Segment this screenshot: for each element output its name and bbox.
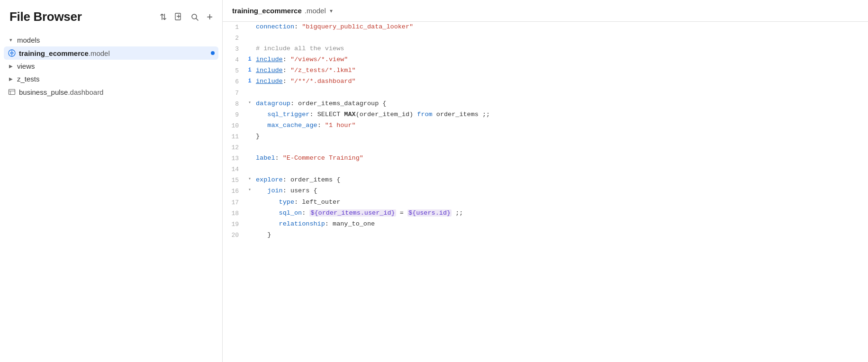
line-content: } (253, 131, 868, 142)
filter-icon[interactable]: ⇅ (160, 12, 167, 22)
line-indicator: i (246, 65, 253, 75)
tab-name-bold: training_ecommerce (232, 7, 302, 15)
tree-item-ext: .model (89, 49, 110, 57)
svg-rect-5 (9, 90, 15, 95)
svg-line-2 (196, 18, 198, 20)
line-number: 5 (223, 65, 246, 76)
tree-item-models[interactable]: ▾ models (0, 34, 222, 46)
tree-item-label: models (17, 36, 215, 44)
line-number: 16 (223, 186, 246, 197)
line-content: label: "E-Commerce Training" (253, 153, 868, 164)
line-number: 12 (223, 142, 246, 153)
tree-item-name-bold: training_ecommerce (19, 49, 89, 57)
code-editor: 1 connection: "bigquery_public_data_look… (223, 22, 868, 362)
tree-item-training-ecommerce-model[interactable]: training_ecommerce.model (4, 46, 218, 60)
tab-dropdown-arrow[interactable]: ▾ (330, 8, 333, 14)
unsaved-indicator (211, 51, 215, 55)
line-content: include: "/z_tests/*.lkml" (253, 65, 868, 76)
sidebar-title: File Browser (9, 9, 152, 24)
sidebar-header: File Browser ⇅ + (0, 0, 222, 32)
code-line-7: 7 (223, 88, 868, 99)
line-content: include: "/views/*.view" (253, 54, 868, 65)
line-number: 1 (223, 22, 246, 33)
line-indicator: i (246, 54, 253, 64)
line-indicator: i (246, 76, 253, 86)
line-content: max_cache_age: "1 hour" (253, 120, 868, 131)
tree-item-label: business_pulse.dashboard (19, 88, 215, 96)
editor-header: training_ecommerce.model ▾ (223, 0, 868, 22)
code-line-3: 3 # include all the views (223, 44, 868, 54)
code-line-15: 15 ▾ explore: order_items { (223, 175, 868, 186)
line-number: 15 (223, 175, 246, 186)
code-line-14: 14 (223, 164, 868, 175)
line-content: connection: "bigquery_public_data_looker… (253, 22, 868, 33)
code-content: 1 connection: "bigquery_public_data_look… (223, 22, 868, 241)
search-icon[interactable] (190, 13, 199, 21)
line-content: datagroup: order_items_datagroup { (253, 99, 868, 109)
tree-item-views[interactable]: ▶ views (0, 60, 222, 72)
line-number: 20 (223, 230, 246, 241)
line-content: relationship: many_to_one (253, 219, 868, 230)
code-line-5: 5 i include: "/z_tests/*.lkml" (223, 65, 868, 76)
chevron-down-icon: ▾ (8, 37, 14, 44)
line-content: type: left_outer (253, 197, 868, 208)
dashboard-file-icon (8, 88, 16, 96)
code-line-8: 8 ▾ datagroup: order_items_datagroup { (223, 99, 868, 109)
code-line-18: 18 sql_on: ${order_items.user_id} = ${us… (223, 208, 868, 219)
line-number: 6 (223, 76, 246, 87)
code-line-9: 9 sql_trigger: SELECT MAX(order_item_id)… (223, 109, 868, 120)
line-collapse-arrow[interactable]: ▾ (246, 99, 253, 107)
code-line-1: 1 connection: "bigquery_public_data_look… (223, 22, 868, 33)
chevron-right-icon: ▶ (8, 63, 14, 70)
code-line-2: 2 (223, 33, 868, 44)
line-content: sql_on: ${order_items.user_id} = ${users… (253, 208, 868, 219)
new-file-icon[interactable] (174, 13, 183, 21)
line-content: } (253, 230, 868, 241)
tree-item-business-pulse-dashboard[interactable]: business_pulse.dashboard (0, 85, 222, 99)
tree-item-z-tests[interactable]: ▶ z_tests (0, 72, 222, 85)
line-content: explore: order_items { (253, 175, 868, 186)
code-line-12: 12 (223, 142, 868, 153)
line-number: 13 (223, 153, 246, 164)
line-number: 14 (223, 164, 246, 175)
line-number: 11 (223, 131, 246, 142)
line-number: 7 (223, 88, 246, 99)
file-tree: ▾ models training_ecommerce.model ▶ view… (0, 32, 222, 362)
line-number: 18 (223, 208, 246, 219)
line-collapse-arrow[interactable]: ▾ (246, 186, 253, 194)
line-collapse-arrow[interactable]: ▾ (246, 175, 253, 183)
code-line-13: 13 label: "E-Commerce Training" (223, 153, 868, 164)
tree-item-label: training_ecommerce.model (19, 49, 206, 57)
code-line-11: 11 } (223, 131, 868, 142)
line-number: 8 (223, 99, 246, 109)
code-line-16: 16 ▾ join: users { (223, 186, 868, 197)
code-line-19: 19 relationship: many_to_one (223, 219, 868, 230)
tree-item-label: z_tests (17, 75, 215, 83)
tree-item-label: views (17, 62, 215, 70)
line-number: 2 (223, 33, 246, 44)
tree-item-ext: .dashboard (68, 88, 103, 96)
file-tab[interactable]: training_ecommerce.model ▾ (232, 7, 333, 15)
code-line-6: 6 i include: "/**/*.dashboard" (223, 76, 868, 87)
line-number: 17 (223, 197, 246, 208)
add-icon[interactable]: + (207, 11, 213, 23)
line-number: 3 (223, 44, 246, 54)
code-line-20: 20 } (223, 230, 868, 241)
line-number: 10 (223, 120, 246, 131)
sidebar: File Browser ⇅ + ▾ models (0, 0, 223, 362)
code-line-4: 4 i include: "/views/*.view" (223, 54, 868, 65)
tree-item-name-plain: business_pulse (19, 88, 68, 96)
code-line-17: 17 type: left_outer (223, 197, 868, 208)
line-content: # include all the views (253, 44, 868, 54)
line-number: 4 (223, 54, 246, 65)
code-line-10: 10 max_cache_age: "1 hour" (223, 120, 868, 131)
tab-name-ext: .model (305, 7, 326, 15)
model-file-icon (8, 49, 16, 57)
line-content: include: "/**/*.dashboard" (253, 76, 868, 87)
main-editor: training_ecommerce.model ▾ 1 connection:… (223, 0, 868, 362)
line-number: 19 (223, 219, 246, 230)
line-content: sql_trigger: SELECT MAX(order_item_id) f… (253, 109, 868, 120)
line-content: join: users { (253, 186, 868, 197)
chevron-right-icon: ▶ (8, 76, 14, 82)
line-number: 9 (223, 109, 246, 120)
